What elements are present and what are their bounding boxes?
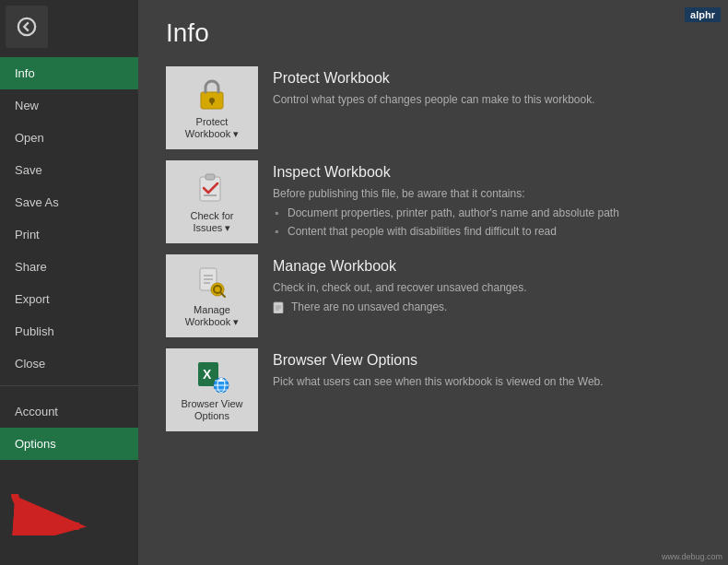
check-issues-icon-label: Check forIssues ▾ [190, 210, 233, 234]
check-issues-button[interactable]: Check forIssues ▾ [166, 160, 258, 243]
manage-workbook-title: Manage Workbook [273, 258, 700, 275]
protect-workbook-card: ProtectWorkbook ▾ Protect Workbook Contr… [166, 66, 700, 149]
app-container: alphr Info New Open Save Save As Print S… [0, 0, 728, 565]
sidebar-item-share[interactable]: Share [0, 251, 138, 283]
svg-rect-6 [205, 174, 215, 180]
svg-text:X: X [203, 367, 212, 382]
sidebar-item-export[interactable]: Export [0, 283, 138, 315]
inspect-workbook-title: Inspect Workbook [273, 164, 700, 181]
sidebar-item-options[interactable]: Options [0, 428, 138, 460]
sidebar-item-publish[interactable]: Publish [0, 315, 138, 347]
back-button[interactable] [6, 6, 48, 48]
browser-view-icon-label: Browser ViewOptions [181, 398, 242, 422]
inspect-workbook-card: Check forIssues ▾ Inspect Workbook Befor… [166, 160, 700, 243]
browser-view-text: Browser View Options Pick what users can… [273, 348, 700, 390]
browser-view-button[interactable]: X Browser ViewOptions [166, 348, 258, 431]
inspect-workbook-desc: Before publishing this file, be aware th… [273, 185, 700, 240]
browser-view-desc: Pick what users can see when this workbo… [273, 373, 700, 390]
sidebar-item-account[interactable]: Account [0, 395, 138, 428]
sidebar: Info New Open Save Save As Print Share E… [0, 0, 138, 565]
watermark: www.debug.com [662, 552, 722, 561]
sidebar-item-open[interactable]: Open [0, 122, 138, 154]
inspect-workbook-text: Inspect Workbook Before publishing this … [273, 160, 700, 241]
manage-workbook-card: ManageWorkbook ▾ Manage Workbook Check i… [166, 254, 700, 337]
browser-view-title: Browser View Options [273, 352, 700, 369]
manage-workbook-button[interactable]: ManageWorkbook ▾ [166, 254, 258, 337]
page-title: Info [166, 18, 700, 48]
nav-bottom-items: Account Options [0, 395, 138, 460]
svg-line-11 [221, 293, 225, 297]
sidebar-item-close[interactable]: Close [0, 347, 138, 380]
nav-items: Info New Open Save Save As Print Share E… [0, 57, 138, 380]
sidebar-item-save[interactable]: Save [0, 154, 138, 186]
no-changes-notice: There are no unsaved changes. [273, 299, 700, 315]
sidebar-item-new[interactable]: New [0, 89, 138, 122]
sidebar-item-print[interactable]: Print [0, 218, 138, 251]
bullet-2: Content that people with disabilities fi… [275, 223, 700, 240]
protect-workbook-desc: Control what types of changes people can… [273, 91, 700, 108]
nav-divider [0, 385, 138, 386]
protect-workbook-icon-label: ProtectWorkbook ▾ [185, 116, 239, 140]
browser-view-card: X Browser ViewOptions Browser View Optio… [166, 348, 700, 431]
red-arrow-container [6, 485, 125, 539]
main-content: Info ProtectWorkbook ▾ Protect Workbook … [138, 0, 728, 565]
protect-workbook-button[interactable]: ProtectWorkbook ▾ [166, 66, 258, 149]
protect-workbook-title: Protect Workbook [273, 70, 700, 87]
svg-rect-4 [211, 100, 213, 105]
protect-workbook-text: Protect Workbook Control what types of c… [273, 66, 700, 108]
manage-workbook-icon-label: ManageWorkbook ▾ [185, 304, 239, 328]
bullet-1: Document properties, printer path, autho… [275, 205, 700, 221]
sidebar-item-save-as[interactable]: Save As [0, 186, 138, 218]
manage-workbook-desc: Check in, check out, and recover unsaved… [273, 279, 700, 315]
svg-point-0 [18, 18, 35, 35]
sidebar-item-info[interactable]: Info [0, 57, 138, 89]
alphr-badge: alphr [685, 7, 721, 22]
inspect-workbook-bullets: Document properties, printer path, autho… [273, 205, 700, 240]
manage-workbook-text: Manage Workbook Check in, check out, and… [273, 254, 700, 315]
